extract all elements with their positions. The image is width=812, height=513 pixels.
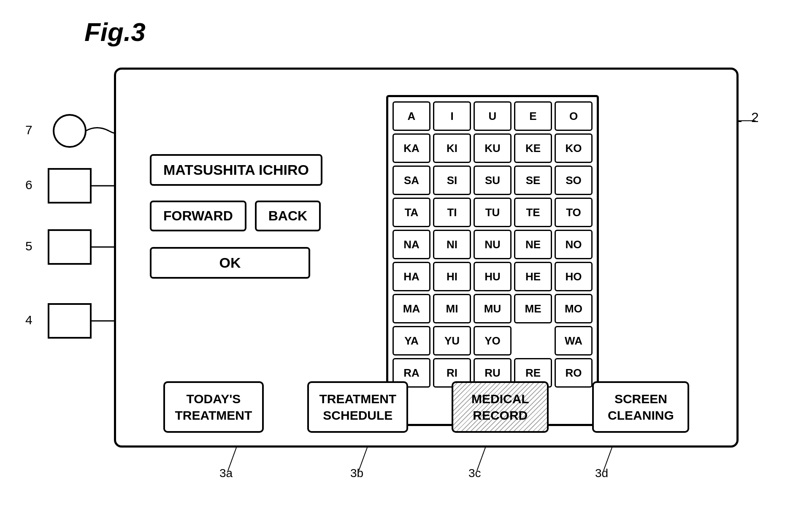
kana-cell-TI[interactable]: TI [433,198,471,227]
kana-cell-TU[interactable]: TU [474,198,512,227]
svg-text:6: 6 [25,178,32,192]
kana-cell-TE[interactable]: TE [514,198,552,227]
kana-cell-NA[interactable]: NA [392,230,430,259]
kana-cell-KU[interactable]: KU [474,133,512,163]
kana-cell-KI[interactable]: KI [433,133,471,163]
kana-cell-YU[interactable]: YU [433,326,471,356]
kana-cell-TO[interactable]: TO [555,198,593,227]
kana-cell-MO[interactable]: MO [555,294,593,323]
kana-cell-O[interactable]: O [555,101,593,131]
forward-button[interactable]: FORWARD [150,201,246,231]
kana-cell-SA[interactable]: SA [392,166,430,195]
kana-cell-YO[interactable]: YO [474,326,512,356]
kana-cell-MU[interactable]: MU [474,294,512,323]
name-field: MATSUSHITA ICHIRO [150,154,322,186]
kana-cell-ME[interactable]: ME [514,294,552,323]
kana-cell-A[interactable]: A [392,101,430,131]
svg-rect-6 [49,230,91,264]
svg-text:5: 5 [25,239,32,253]
kana-cell-YA[interactable]: YA [392,326,430,356]
device-label-line [739,120,755,121]
kana-cell-KA[interactable]: KA [392,133,430,163]
bottom-buttons-row: TODAY'STREATMENTTREATMENTSCHEDULEMEDICAL… [141,381,711,433]
svg-line-21 [477,448,485,471]
kana-cell-NO[interactable]: NO [555,230,593,259]
svg-line-23 [604,448,612,471]
kana-cell-HO[interactable]: HO [555,262,593,291]
kana-cell-SO[interactable]: SO [555,166,593,195]
bottom-btn-3b[interactable]: TREATMENTSCHEDULE [307,381,408,433]
bottom-btn-3d[interactable]: SCREENCLEANING [592,381,689,433]
svg-line-19 [359,448,367,471]
bottom-btn-3c[interactable]: MEDICALRECORD [452,381,549,433]
kana-cell-HA[interactable]: HA [392,262,430,291]
kana-cell-HU[interactable]: HU [474,262,512,291]
kana-cell-NU[interactable]: NU [474,230,512,259]
kana-cell-TA[interactable]: TA [392,198,430,227]
kana-cell-SE[interactable]: SE [514,166,552,195]
svg-text:3a: 3a [219,467,233,480]
svg-line-17 [228,448,236,471]
kana-cell-I[interactable]: I [433,101,471,131]
kana-cell-E[interactable]: E [514,101,552,131]
ok-button[interactable]: OK [150,247,310,279]
figure-title: Fig.3 [84,17,146,47]
kana-cell-NE[interactable]: NE [514,230,552,259]
kana-cell-SI[interactable]: SI [433,166,471,195]
back-button[interactable]: BACK [255,201,321,231]
device-panel: MATSUSHITA ICHIRO FORWARD BACK OK AIUEOK… [114,68,739,448]
kana-cell-WA[interactable]: WA [555,326,593,356]
nav-buttons: FORWARD BACK [150,201,321,231]
svg-text:7: 7 [25,123,32,137]
kana-cell-empty [514,326,552,356]
svg-text:3c: 3c [468,467,481,480]
kana-cell-HE[interactable]: HE [514,262,552,291]
svg-text:4: 4 [25,313,32,327]
device-label: 2 [751,110,759,125]
kana-cell-KE[interactable]: KE [514,133,552,163]
kana-cell-SU[interactable]: SU [474,166,512,195]
svg-text:3d: 3d [595,467,608,480]
svg-rect-9 [49,304,91,338]
kana-cell-KO[interactable]: KO [555,133,593,163]
kana-grid: AIUEOKAKIKUKEKOSASISUSESOTATITUTETONANIN… [386,95,599,426]
kana-cell-MI[interactable]: MI [433,294,471,323]
kana-cell-HI[interactable]: HI [433,262,471,291]
kana-cell-NI[interactable]: NI [433,230,471,259]
svg-rect-3 [49,169,91,203]
svg-text:3b: 3b [350,467,363,480]
kana-cell-MA[interactable]: MA [392,294,430,323]
kana-cell-U[interactable]: U [474,101,512,131]
bottom-btn-3a[interactable]: TODAY'STREATMENT [163,381,264,433]
svg-point-0 [54,115,86,147]
